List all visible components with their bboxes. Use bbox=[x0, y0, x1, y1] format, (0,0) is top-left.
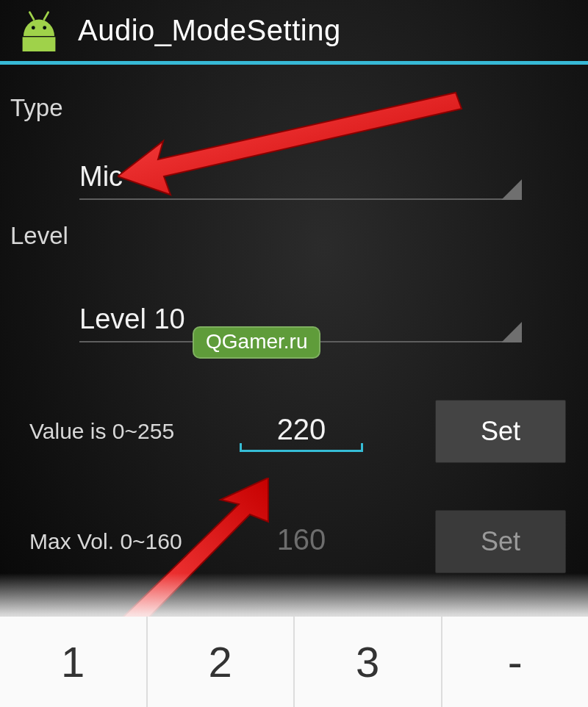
value-input[interactable] bbox=[235, 413, 368, 451]
svg-point-3 bbox=[43, 26, 46, 29]
key-3[interactable]: 3 bbox=[295, 617, 442, 707]
key-minus[interactable]: - bbox=[442, 617, 589, 707]
maxvol-set-button[interactable]: Set bbox=[435, 510, 566, 573]
svg-line-1 bbox=[44, 12, 49, 19]
set-button[interactable]: Set bbox=[435, 400, 566, 463]
chevron-down-icon bbox=[501, 179, 522, 200]
value-row: Value is 0~255 Set bbox=[0, 398, 588, 464]
svg-rect-4 bbox=[23, 37, 56, 51]
numeric-keyboard: 1 2 3 - bbox=[0, 617, 588, 707]
maxvol-range-label: Max Vol. 0~160 bbox=[29, 529, 235, 554]
key-2[interactable]: 2 bbox=[148, 617, 295, 707]
title-bar: Audio_ModeSetting bbox=[0, 0, 588, 65]
type-dropdown-value: Mic bbox=[79, 161, 123, 193]
android-icon bbox=[13, 10, 65, 51]
type-dropdown[interactable]: Mic bbox=[79, 154, 520, 200]
level-dropdown-value: Level 10 bbox=[79, 304, 185, 335]
chevron-down-icon bbox=[501, 322, 522, 342]
value-range-label: Value is 0~255 bbox=[29, 419, 235, 444]
type-label: Type bbox=[0, 65, 588, 126]
svg-point-2 bbox=[32, 26, 35, 29]
maxvol-input[interactable] bbox=[235, 523, 368, 561]
page-title: Audio_ModeSetting bbox=[78, 14, 341, 47]
maxvol-row: Max Vol. 0~160 Set bbox=[0, 509, 588, 575]
svg-line-0 bbox=[29, 12, 34, 19]
level-label: Level bbox=[0, 200, 588, 254]
key-1[interactable]: 1 bbox=[0, 617, 148, 707]
watermark-badge: QGamer.ru bbox=[193, 326, 320, 359]
input-underline bbox=[240, 450, 363, 452]
